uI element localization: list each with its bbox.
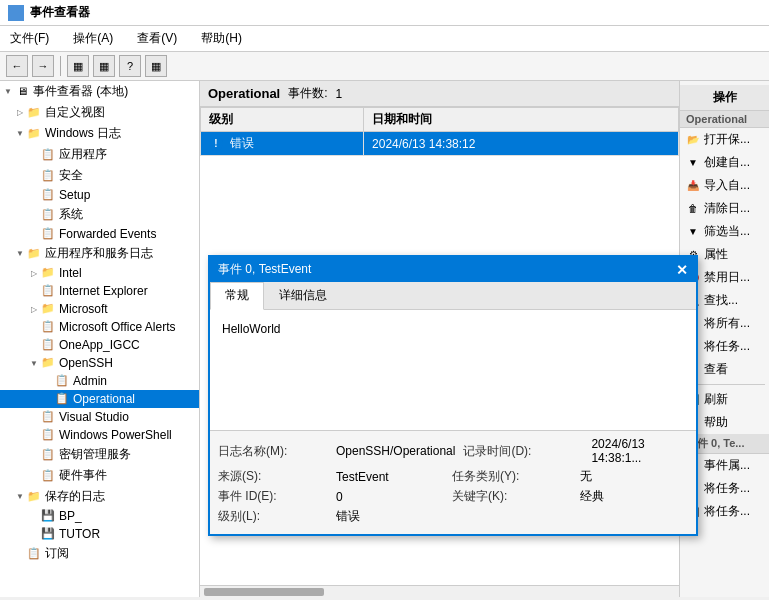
tree-item-hardware[interactable]: 📋 硬件事件 [0, 465, 199, 486]
tree-item-bp[interactable]: 💾 BP_ [0, 507, 199, 525]
dialog-close-button[interactable]: ✕ [676, 262, 688, 278]
tree-item-microsoft[interactable]: ▷ 📁 Microsoft [0, 300, 199, 318]
tree-arrow-microsoft[interactable]: ▷ [28, 305, 40, 314]
dialog-fields: 日志名称(M): OpenSSH/Operational 记录时间(D): 20… [210, 430, 696, 534]
scrollbar-thumb[interactable] [204, 588, 324, 596]
tree-arrow-custom[interactable]: ▷ [14, 108, 26, 117]
field-value-source: TestEvent [336, 470, 444, 484]
col-level[interactable]: 级别 [201, 108, 364, 132]
tree-item-ie[interactable]: 📋 Internet Explorer [0, 282, 199, 300]
action-disable-label: 禁用日... [704, 269, 750, 286]
menu-view[interactable]: 查看(V) [131, 28, 183, 49]
tree-icon-security: 📋 [40, 169, 56, 183]
tree-icon-oneapp: 📋 [40, 338, 56, 352]
tree-arrow-intel[interactable]: ▷ [28, 269, 40, 278]
tab-general[interactable]: 常规 [210, 282, 264, 310]
field-row-4: 级别(L): 错误 [218, 508, 688, 525]
tree-label-system: 系统 [59, 206, 83, 223]
horizontal-scrollbar[interactable] [200, 585, 679, 597]
tree-item-system[interactable]: 📋 系统 [0, 204, 199, 225]
menu-help[interactable]: 帮助(H) [195, 28, 248, 49]
tree-label-keymgmt: 密钥管理服务 [59, 446, 131, 463]
tree-item-keymgmt[interactable]: 📋 密钥管理服务 [0, 444, 199, 465]
tree-item-application[interactable]: 📋 应用程序 [0, 144, 199, 165]
action-event-props-label: 事件属... [704, 457, 750, 474]
tree-arrow-windows-logs[interactable]: ▼ [14, 129, 26, 138]
events-table: 级别 日期和时间 ! 错误 2024/6/13 14:38:12 [200, 107, 679, 156]
action-help-label: 帮助 [704, 414, 728, 431]
tree-label-root: 事件查看器 (本地) [33, 83, 128, 100]
toolbar-sep1 [60, 56, 61, 76]
dialog-title: 事件 0, TestEvent [218, 261, 311, 278]
action-import[interactable]: 📥 导入自... [680, 174, 769, 197]
action-create-custom[interactable]: ▼ 创建自... [680, 151, 769, 174]
action-clear[interactable]: 🗑 清除日... [680, 197, 769, 220]
tree-item-setup[interactable]: 📋 Setup [0, 186, 199, 204]
tree-icon-setup: 📋 [40, 188, 56, 202]
tree-arrow-root[interactable]: ▼ [2, 87, 14, 96]
toolbar-forward[interactable]: → [32, 55, 54, 77]
toolbar-btn3[interactable]: ▦ [145, 55, 167, 77]
tree-label-operational: Operational [73, 392, 135, 406]
action-filter[interactable]: ▼ 筛选当... [680, 220, 769, 243]
tree-panel: ▼ 🖥 事件查看器 (本地) ▷ 📁 自定义视图 ▼ 📁 Windows 日志 … [0, 81, 200, 597]
tree-item-intel[interactable]: ▷ 📁 Intel [0, 264, 199, 282]
tree-item-vs[interactable]: 📋 Visual Studio [0, 408, 199, 426]
action-import-label: 导入自... [704, 177, 750, 194]
center-count-label: 事件数: [288, 85, 327, 102]
tree-icon-windows-logs: 📁 [26, 127, 42, 141]
tree-item-ms-office[interactable]: 📋 Microsoft Office Alerts [0, 318, 199, 336]
field-label-level: 级别(L): [218, 508, 328, 525]
tree-item-admin[interactable]: 📋 Admin [0, 372, 199, 390]
tree-icon-admin: 📋 [54, 374, 70, 388]
tree-item-subscriptions[interactable]: 📋 订阅 [0, 543, 199, 564]
tree-icon-operational: 📋 [54, 392, 70, 406]
tree-arrow-appservice[interactable]: ▼ [14, 249, 26, 258]
tree-label-tutor: TUTOR [59, 527, 100, 541]
toolbar-btn2[interactable]: ▦ [93, 55, 115, 77]
toolbar-back[interactable]: ← [6, 55, 28, 77]
action-open-label: 打开保... [704, 131, 750, 148]
field-value-logname: OpenSSH/Operational [336, 444, 455, 458]
tree-item-powershell[interactable]: 📋 Windows PowerShell [0, 426, 199, 444]
toolbar-btn1[interactable]: ▦ [67, 55, 89, 77]
action-attach-label: 将任务... [704, 338, 750, 355]
col-datetime[interactable]: 日期和时间 [364, 108, 679, 132]
tree-item-security[interactable]: 📋 安全 [0, 165, 199, 186]
tree-item-operational[interactable]: 📋 Operational [0, 390, 199, 408]
tree-icon-keymgmt: 📋 [40, 448, 56, 462]
center-title: Operational [208, 86, 280, 101]
tree-item-custom[interactable]: ▷ 📁 自定义视图 [0, 102, 199, 123]
tree-label-ps: Windows PowerShell [59, 428, 172, 442]
tree-arrow-openssh[interactable]: ▼ [28, 359, 40, 368]
tree-arrow-saved[interactable]: ▼ [14, 492, 26, 501]
tree-label-vs: Visual Studio [59, 410, 129, 424]
tree-item-windows-logs[interactable]: ▼ 📁 Windows 日志 [0, 123, 199, 144]
tree-item-tutor[interactable]: 💾 TUTOR [0, 525, 199, 543]
action-save-event-label: 将任务... [704, 503, 750, 520]
tab-details[interactable]: 详细信息 [264, 282, 342, 309]
tree-item-openssh[interactable]: ▼ 📁 OpenSSH [0, 354, 199, 372]
menu-action[interactable]: 操作(A) [67, 28, 119, 49]
table-row[interactable]: ! 错误 2024/6/13 14:38:12 [201, 132, 679, 156]
tree-item-root[interactable]: ▼ 🖥 事件查看器 (本地) [0, 81, 199, 102]
error-icon: ! [209, 137, 223, 151]
tree-label-windows-logs: Windows 日志 [45, 125, 121, 142]
tree-item-forwarded[interactable]: 📋 Forwarded Events [0, 225, 199, 243]
menu-file[interactable]: 文件(F) [4, 28, 55, 49]
field-value-level: 错误 [336, 508, 444, 525]
action-attach2-label: 将任务... [704, 480, 750, 497]
tree-item-oneapp[interactable]: 📋 OneApp_IGCC [0, 336, 199, 354]
field-label-keyword: 关键字(K): [452, 488, 572, 505]
tree-icon-app: 📋 [40, 148, 56, 162]
toolbar-help[interactable]: ? [119, 55, 141, 77]
tree-item-appservice[interactable]: ▼ 📁 应用程序和服务日志 [0, 243, 199, 264]
app-title: 事件查看器 [30, 4, 90, 21]
tree-item-saved-logs[interactable]: ▼ 📁 保存的日志 [0, 486, 199, 507]
field-value-taskcategory: 无 [580, 468, 688, 485]
tree-label-intel: Intel [59, 266, 82, 280]
dialog-tabs: 常规 详细信息 [210, 282, 696, 310]
action-open[interactable]: 📂 打开保... [680, 128, 769, 151]
open-icon: 📂 [686, 133, 700, 147]
field-value-eventid: 0 [336, 490, 444, 504]
